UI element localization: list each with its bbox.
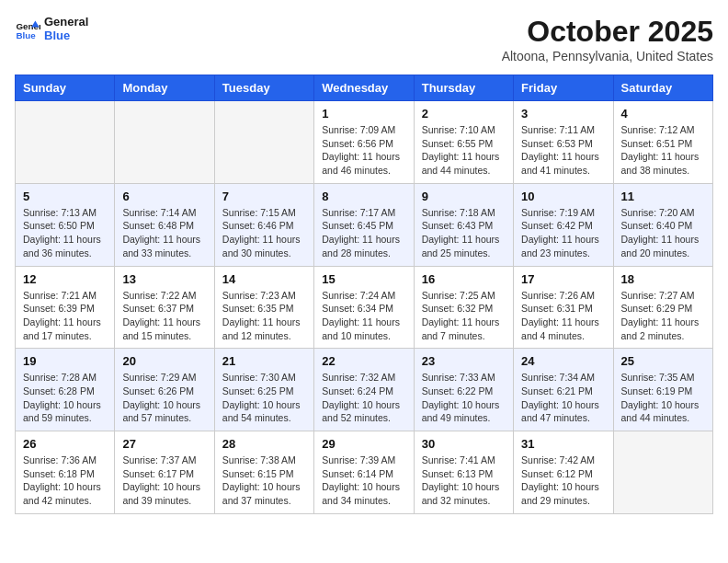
calendar-header-row: SundayMondayTuesdayWednesdayThursdayFrid… — [16, 75, 713, 101]
day-info: Sunrise: 7:21 AM Sunset: 6:39 PM Dayligh… — [23, 289, 107, 343]
day-info: Sunrise: 7:13 AM Sunset: 6:50 PM Dayligh… — [23, 206, 107, 260]
day-info: Sunrise: 7:39 AM Sunset: 6:14 PM Dayligh… — [322, 454, 405, 508]
day-info: Sunrise: 7:33 AM Sunset: 6:22 PM Dayligh… — [422, 371, 506, 425]
day-number: 30 — [422, 437, 506, 451]
day-info: Sunrise: 7:26 AM Sunset: 6:31 PM Dayligh… — [521, 289, 605, 343]
day-number: 31 — [521, 437, 605, 451]
location: Altoona, Pennsylvania, United States — [502, 49, 713, 63]
calendar-week-row: 26Sunrise: 7:36 AM Sunset: 6:18 PM Dayli… — [16, 431, 713, 514]
day-number: 29 — [322, 437, 405, 451]
calendar-cell: 23Sunrise: 7:33 AM Sunset: 6:22 PM Dayli… — [414, 349, 513, 431]
calendar-cell — [613, 431, 712, 514]
col-header-thursday: Thursday — [414, 75, 513, 101]
page-header: General Blue General Blue October 2025 A… — [15, 15, 713, 63]
day-info: Sunrise: 7:32 AM Sunset: 6:24 PM Dayligh… — [322, 371, 405, 425]
calendar-cell: 3Sunrise: 7:11 AM Sunset: 6:53 PM Daylig… — [514, 101, 613, 184]
month-title: October 2025 — [502, 15, 713, 49]
day-number: 7 — [222, 190, 306, 203]
calendar-cell: 12Sunrise: 7:21 AM Sunset: 6:39 PM Dayli… — [16, 266, 115, 349]
logo-text-general: General — [44, 15, 88, 29]
col-header-monday: Monday — [115, 75, 214, 101]
day-info: Sunrise: 7:23 AM Sunset: 6:35 PM Dayligh… — [222, 289, 306, 343]
day-info: Sunrise: 7:11 AM Sunset: 6:53 PM Dayligh… — [521, 123, 605, 178]
day-info: Sunrise: 7:14 AM Sunset: 6:48 PM Dayligh… — [122, 206, 206, 260]
calendar-cell: 5Sunrise: 7:13 AM Sunset: 6:50 PM Daylig… — [16, 183, 115, 266]
col-header-friday: Friday — [514, 75, 613, 101]
day-info: Sunrise: 7:15 AM Sunset: 6:46 PM Dayligh… — [222, 206, 306, 260]
day-info: Sunrise: 7:35 AM Sunset: 6:19 PM Dayligh… — [621, 371, 705, 425]
day-number: 15 — [322, 272, 405, 286]
day-info: Sunrise: 7:22 AM Sunset: 6:37 PM Dayligh… — [122, 289, 206, 343]
calendar-week-row: 1Sunrise: 7:09 AM Sunset: 6:56 PM Daylig… — [16, 101, 713, 184]
day-number: 11 — [621, 190, 705, 203]
calendar-week-row: 5Sunrise: 7:13 AM Sunset: 6:50 PM Daylig… — [16, 183, 713, 266]
day-number: 3 — [521, 107, 605, 121]
day-number: 8 — [322, 190, 405, 203]
day-number: 4 — [621, 107, 705, 121]
col-header-tuesday: Tuesday — [214, 75, 313, 101]
calendar-cell: 29Sunrise: 7:39 AM Sunset: 6:14 PM Dayli… — [314, 431, 414, 514]
day-number: 19 — [23, 354, 107, 368]
day-info: Sunrise: 7:28 AM Sunset: 6:28 PM Dayligh… — [23, 371, 107, 425]
day-number: 17 — [521, 272, 605, 286]
day-info: Sunrise: 7:37 AM Sunset: 6:17 PM Dayligh… — [122, 454, 206, 508]
day-info: Sunrise: 7:19 AM Sunset: 6:42 PM Dayligh… — [521, 206, 605, 260]
day-info: Sunrise: 7:27 AM Sunset: 6:29 PM Dayligh… — [621, 289, 705, 343]
calendar-cell: 21Sunrise: 7:30 AM Sunset: 6:25 PM Dayli… — [214, 349, 313, 431]
calendar-cell: 2Sunrise: 7:10 AM Sunset: 6:55 PM Daylig… — [414, 101, 513, 184]
day-info: Sunrise: 7:36 AM Sunset: 6:18 PM Dayligh… — [23, 454, 107, 508]
calendar-cell: 30Sunrise: 7:41 AM Sunset: 6:13 PM Dayli… — [414, 431, 513, 514]
day-info: Sunrise: 7:17 AM Sunset: 6:45 PM Dayligh… — [322, 206, 405, 260]
calendar-cell: 10Sunrise: 7:19 AM Sunset: 6:42 PM Dayli… — [514, 183, 613, 266]
calendar-cell: 8Sunrise: 7:17 AM Sunset: 6:45 PM Daylig… — [314, 183, 414, 266]
day-info: Sunrise: 7:41 AM Sunset: 6:13 PM Dayligh… — [422, 454, 506, 508]
calendar-cell: 4Sunrise: 7:12 AM Sunset: 6:51 PM Daylig… — [613, 101, 712, 184]
day-info: Sunrise: 7:42 AM Sunset: 6:12 PM Dayligh… — [521, 454, 605, 508]
day-number: 1 — [322, 107, 405, 121]
day-info: Sunrise: 7:30 AM Sunset: 6:25 PM Dayligh… — [222, 371, 306, 425]
col-header-saturday: Saturday — [613, 75, 712, 101]
day-number: 18 — [621, 272, 705, 286]
day-info: Sunrise: 7:12 AM Sunset: 6:51 PM Dayligh… — [621, 123, 705, 178]
day-number: 14 — [222, 272, 306, 286]
day-number: 13 — [122, 272, 206, 286]
day-info: Sunrise: 7:24 AM Sunset: 6:34 PM Dayligh… — [322, 289, 405, 343]
title-block: October 2025 Altoona, Pennsylvania, Unit… — [502, 15, 713, 63]
svg-text:Blue: Blue — [16, 30, 36, 40]
calendar-cell: 27Sunrise: 7:37 AM Sunset: 6:17 PM Dayli… — [115, 431, 214, 514]
calendar-cell — [16, 101, 115, 184]
calendar-cell: 25Sunrise: 7:35 AM Sunset: 6:19 PM Dayli… — [613, 349, 712, 431]
calendar-cell: 31Sunrise: 7:42 AM Sunset: 6:12 PM Dayli… — [514, 431, 613, 514]
calendar-cell: 26Sunrise: 7:36 AM Sunset: 6:18 PM Dayli… — [16, 431, 115, 514]
day-number: 20 — [122, 354, 206, 368]
day-number: 21 — [222, 354, 306, 368]
calendar-table: SundayMondayTuesdayWednesdayThursdayFrid… — [15, 75, 713, 514]
day-number: 6 — [122, 190, 206, 203]
day-info: Sunrise: 7:09 AM Sunset: 6:56 PM Dayligh… — [322, 123, 405, 178]
calendar-cell: 20Sunrise: 7:29 AM Sunset: 6:26 PM Dayli… — [115, 349, 214, 431]
day-info: Sunrise: 7:20 AM Sunset: 6:40 PM Dayligh… — [621, 206, 705, 260]
calendar-cell: 1Sunrise: 7:09 AM Sunset: 6:56 PM Daylig… — [314, 101, 414, 184]
day-number: 26 — [23, 437, 107, 451]
day-number: 2 — [422, 107, 506, 121]
calendar-cell: 22Sunrise: 7:32 AM Sunset: 6:24 PM Dayli… — [314, 349, 414, 431]
day-info: Sunrise: 7:18 AM Sunset: 6:43 PM Dayligh… — [422, 206, 506, 260]
logo-text-blue: Blue — [44, 29, 88, 42]
calendar-cell: 17Sunrise: 7:26 AM Sunset: 6:31 PM Dayli… — [514, 266, 613, 349]
calendar-cell: 9Sunrise: 7:18 AM Sunset: 6:43 PM Daylig… — [414, 183, 513, 266]
day-number: 28 — [222, 437, 306, 451]
calendar-cell — [214, 101, 313, 184]
day-number: 12 — [23, 272, 107, 286]
calendar-cell: 19Sunrise: 7:28 AM Sunset: 6:28 PM Dayli… — [16, 349, 115, 431]
day-info: Sunrise: 7:10 AM Sunset: 6:55 PM Dayligh… — [422, 123, 506, 178]
calendar-week-row: 19Sunrise: 7:28 AM Sunset: 6:28 PM Dayli… — [16, 349, 713, 431]
calendar-cell: 7Sunrise: 7:15 AM Sunset: 6:46 PM Daylig… — [214, 183, 313, 266]
logo: General Blue General Blue — [15, 15, 88, 42]
calendar-cell: 24Sunrise: 7:34 AM Sunset: 6:21 PM Dayli… — [514, 349, 613, 431]
day-number: 27 — [122, 437, 206, 451]
calendar-cell: 16Sunrise: 7:25 AM Sunset: 6:32 PM Dayli… — [414, 266, 513, 349]
col-header-wednesday: Wednesday — [314, 75, 414, 101]
day-info: Sunrise: 7:38 AM Sunset: 6:15 PM Dayligh… — [222, 454, 306, 508]
calendar-cell: 15Sunrise: 7:24 AM Sunset: 6:34 PM Dayli… — [314, 266, 414, 349]
calendar-cell: 11Sunrise: 7:20 AM Sunset: 6:40 PM Dayli… — [613, 183, 712, 266]
